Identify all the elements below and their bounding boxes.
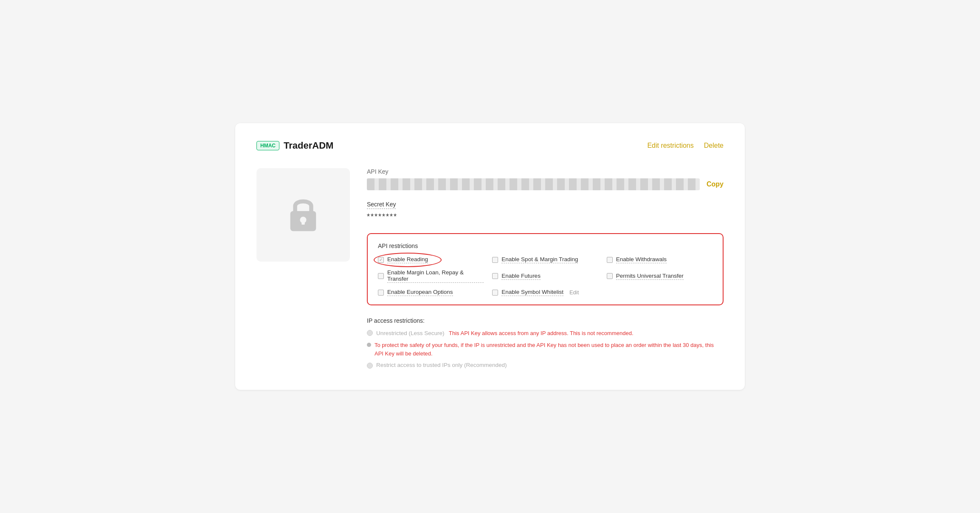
- ip-restrictions-section: IP access restrictions: Unrestricted (Le…: [367, 317, 724, 369]
- ip-restrictions-title: IP access restrictions:: [367, 317, 724, 324]
- ip-unrestricted-warning: This API Key allows access from any IP a…: [449, 330, 633, 336]
- symbol-whitelist-edit-link[interactable]: Edit: [569, 289, 579, 296]
- restriction-item-symbol-whitelist: Enable Symbol Whitelist Edit: [492, 289, 598, 296]
- checkbox-symbol-whitelist[interactable]: [492, 290, 498, 296]
- label-margin-loan: Enable Margin Loan, Repay & Transfer: [387, 269, 484, 283]
- checkbox-withdrawals[interactable]: [607, 257, 613, 263]
- checkbox-futures[interactable]: [492, 273, 498, 279]
- checkmark-icon: ✓: [379, 257, 383, 262]
- hmac-badge: HMAC: [256, 141, 279, 150]
- header-actions: Edit restrictions Delete: [647, 142, 724, 149]
- checkbox-spot-margin[interactable]: [492, 257, 498, 263]
- header: HMAC TraderADM Edit restrictions Delete: [256, 140, 724, 151]
- label-universal-transfer: Permits Universal Transfer: [616, 273, 684, 280]
- ip-note-wrapper: To protect the safety of your funds, if …: [367, 341, 724, 358]
- label-european-options: Enable European Options: [387, 289, 453, 296]
- svg-rect-2: [301, 220, 305, 225]
- ip-option-restricted: Restrict access to trusted IPs only (Rec…: [367, 362, 724, 369]
- ip-restricted-label: Restrict access to trusted IPs only (Rec…: [376, 362, 507, 368]
- secret-key-label: Secret Key: [367, 201, 396, 209]
- copy-button[interactable]: Copy: [707, 180, 724, 188]
- checkbox-enable-reading[interactable]: ✓: [378, 257, 384, 263]
- label-spot-margin: Enable Spot & Margin Trading: [501, 256, 578, 263]
- main-card: HMAC TraderADM Edit restrictions Delete …: [235, 123, 745, 390]
- ip-unrestricted-text: Unrestricted (Less Secure) This API Key …: [376, 329, 634, 337]
- api-restrictions-box: API restrictions ✓ Enable Reading: [367, 233, 724, 305]
- label-enable-reading: Enable Reading: [387, 256, 428, 263]
- ip-option-unrestricted: Unrestricted (Less Secure) This API Key …: [367, 329, 724, 337]
- label-futures: Enable Futures: [501, 273, 541, 280]
- restriction-item-withdrawals: Enable Withdrawals: [607, 256, 712, 263]
- restriction-item-european-options: Enable European Options: [378, 289, 484, 296]
- lock-icon: [286, 195, 320, 235]
- page-title: TraderADM: [284, 140, 333, 151]
- bullet-dot-icon: [367, 343, 371, 347]
- checkbox-margin-loan[interactable]: [378, 273, 384, 279]
- restriction-item-margin-loan: Enable Margin Loan, Repay & Transfer: [378, 269, 484, 283]
- restrictions-title: API restrictions: [378, 242, 712, 249]
- restriction-item-enable-reading: ✓ Enable Reading: [378, 256, 484, 263]
- edit-restrictions-link[interactable]: Edit restrictions: [647, 142, 693, 149]
- content-area: API Key Copy Secret Key ******** API res…: [256, 168, 724, 373]
- restriction-item-universal-transfer: Permits Universal Transfer: [607, 269, 712, 283]
- api-key-row: Copy: [367, 178, 724, 190]
- label-symbol-whitelist: Enable Symbol Whitelist: [501, 289, 563, 296]
- header-left: HMAC TraderADM: [256, 140, 333, 151]
- checkbox-universal-transfer[interactable]: [607, 273, 613, 279]
- radio-unrestricted[interactable]: [367, 330, 373, 336]
- secret-key-value: ********: [367, 212, 724, 221]
- label-withdrawals: Enable Withdrawals: [616, 256, 667, 263]
- details-panel: API Key Copy Secret Key ******** API res…: [367, 168, 724, 373]
- restriction-item-spot-margin: Enable Spot & Margin Trading: [492, 256, 598, 263]
- lock-box: [256, 168, 350, 262]
- secret-key-section: Secret Key ********: [367, 200, 724, 221]
- api-key-label: API Key: [367, 168, 724, 175]
- api-key-value-blur: [367, 178, 700, 190]
- radio-restricted[interactable]: [367, 363, 373, 369]
- checkbox-european-options[interactable]: [378, 290, 384, 296]
- ip-note-text: To protect the safety of your funds, if …: [375, 341, 724, 358]
- restrictions-grid: ✓ Enable Reading Enable Spot & Margin Tr…: [378, 256, 712, 296]
- ip-unrestricted-label: Unrestricted (Less Secure): [376, 330, 445, 336]
- restriction-item-futures: Enable Futures: [492, 269, 598, 283]
- delete-link[interactable]: Delete: [704, 142, 724, 149]
